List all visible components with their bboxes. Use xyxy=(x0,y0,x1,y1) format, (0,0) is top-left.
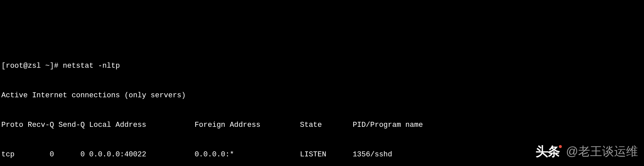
watermark: 头条 @老王谈运维 xyxy=(536,143,638,160)
watermark-author: @老王谈运维 xyxy=(566,143,638,160)
watermark-logo: 头条 xyxy=(536,143,562,160)
command-text: netstat -nltp xyxy=(63,62,120,70)
red-dot-icon xyxy=(559,145,562,148)
table-column-headers: Proto Recv-Q Send-Q Local Address Foreig… xyxy=(1,120,643,130)
header-active-connections: Active Internet connections (only server… xyxy=(1,91,643,101)
shell-prompt: [root@zsl ~]# xyxy=(1,62,63,70)
command-line-1: [root@zsl ~]# netstat -nltp xyxy=(1,61,643,71)
